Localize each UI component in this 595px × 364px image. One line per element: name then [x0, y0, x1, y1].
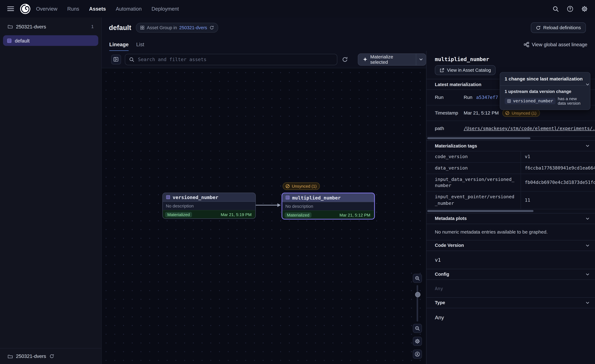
tag-key: input_data_version/versioned_number — [426, 174, 521, 191]
asset-detail-title: multiplied_number — [435, 56, 587, 62]
asset-node-versioned-number[interactable]: versioned_number No description Material… — [163, 193, 256, 219]
page-title: default — [109, 24, 131, 32]
asset-chip[interactable]: versioned_number — [505, 98, 555, 104]
sidebar-item-default[interactable]: default — [3, 35, 98, 46]
tab-list[interactable]: List — [136, 38, 144, 51]
asset-detail-panel: multiplied_number View in Asset Catalog … — [426, 51, 595, 364]
asset-node-status-row: Materialized Mar 21, 5:19 PM — [163, 210, 255, 218]
panel-toggle-button[interactable] — [111, 54, 121, 64]
section-type[interactable]: Type — [426, 297, 595, 308]
lineage-section: Materialize selected — [102, 51, 426, 364]
asset-node-multiplied-number[interactable]: multiplied_number No description Materia… — [282, 193, 375, 219]
scrollbar-thumb[interactable] — [427, 210, 534, 212]
dagster-logo-icon[interactable] — [20, 3, 31, 14]
view-global-asset-lineage-link[interactable]: View global asset lineage — [523, 38, 587, 51]
app-root: Overview Runs Assets Automation Deployme… — [0, 0, 595, 364]
chevron-down-icon[interactable] — [586, 272, 590, 276]
folder-icon — [8, 354, 13, 359]
asset-group-badge-link[interactable]: 250321-dvers — [179, 25, 207, 30]
sidebar-footer[interactable]: 250321-dvers — [0, 348, 101, 364]
main-content: default Asset Group in 250321-dvers — [102, 17, 595, 364]
config-value: Any — [435, 286, 587, 291]
recenter-button[interactable] — [413, 350, 422, 359]
zoom-slider[interactable] — [413, 285, 422, 322]
chevron-down-icon[interactable] — [586, 216, 590, 221]
search-icon — [552, 6, 559, 12]
content-body: Materialize selected — [102, 51, 595, 364]
materialized-chip: Materialized — [284, 212, 312, 217]
section-materialization-tags[interactable]: Materialization tags — [426, 140, 595, 151]
view-in-asset-catalog-button[interactable]: View in Asset Catalog — [435, 65, 496, 75]
zoom-in-button[interactable] — [413, 274, 422, 283]
run-id-link[interactable]: a5347ef7 — [476, 95, 498, 100]
tab-lineage[interactable]: Lineage — [109, 38, 129, 51]
nav-deployment[interactable]: Deployment — [151, 6, 179, 12]
materialize-selected-button: Materialize selected — [358, 53, 426, 65]
unsynced-badge[interactable]: Unsynced (1) — [283, 182, 320, 190]
asset-group-badge[interactable]: Asset Group in 250321-dvers — [136, 23, 218, 33]
nav-runs[interactable]: Runs — [67, 6, 79, 12]
asset-icon — [285, 195, 290, 200]
horizontal-scrollbar[interactable] — [426, 137, 595, 139]
circle-slash-icon — [285, 184, 290, 189]
chevron-down-icon[interactable] — [586, 144, 590, 148]
section-config[interactable]: Config — [426, 269, 595, 280]
materialization-timestamp: Mar 21, 5:12 PM — [340, 212, 370, 217]
refresh-icon — [342, 56, 348, 62]
code-version-value: v1 — [435, 257, 587, 263]
unsynced-badge[interactable]: Unsynced (1) — [503, 109, 540, 117]
global-search-button[interactable] — [550, 3, 561, 14]
scrollbar-thumb[interactable] — [427, 137, 531, 139]
asset-search-box — [125, 54, 337, 65]
asset-node-header: multiplied_number — [282, 193, 374, 202]
settings-button[interactable] — [579, 3, 590, 14]
materialize-icon — [363, 57, 368, 62]
nav-overview[interactable]: Overview — [36, 6, 57, 12]
zoom-in-icon — [415, 276, 420, 281]
asset-icon — [166, 195, 170, 199]
hamburger-menu-button[interactable] — [5, 3, 16, 14]
asset-icon — [7, 38, 12, 43]
sidebar-group-count: 1 — [91, 24, 94, 29]
materialize-selected-main[interactable]: Materialize selected — [358, 54, 416, 65]
section-metadata-plots[interactable]: Metadata plots — [426, 213, 595, 224]
sidebar-group-label: 250321-dvers — [16, 24, 46, 29]
reload-definitions-button[interactable]: Reload definitions — [531, 22, 586, 33]
sidebar-group-row[interactable]: 250321-dvers 1 — [5, 21, 97, 32]
zoom-slider-thumb[interactable] — [415, 292, 420, 297]
lineage-canvas[interactable]: Unsynced (1) versioned_number — [102, 68, 426, 364]
nav-utility-buttons — [550, 3, 589, 14]
section-code-version[interactable]: Code Version — [426, 240, 595, 251]
help-button[interactable] — [565, 3, 575, 14]
popup-title: 1 change since last materialization — [500, 72, 590, 86]
tag-key: input_event_pointer/versioned_number — [426, 191, 521, 209]
chevron-down-icon — [419, 57, 423, 61]
chevron-down-icon[interactable] — [586, 301, 590, 305]
tag-value: 11 — [521, 191, 595, 209]
zoom-out-button[interactable] — [413, 324, 422, 333]
asset-search-input[interactable] — [137, 56, 333, 63]
asset-icon — [507, 99, 511, 103]
refresh-graph-button[interactable] — [341, 56, 349, 63]
asset-node-status-row: Materialized Mar 21, 5:12 PM — [282, 210, 374, 219]
refresh-icon[interactable] — [209, 25, 214, 30]
search-icon — [129, 57, 134, 62]
chevron-down-icon[interactable] — [586, 82, 590, 87]
help-icon — [567, 6, 573, 12]
nav-automation[interactable]: Automation — [116, 6, 142, 12]
horizontal-scrollbar[interactable] — [426, 210, 595, 212]
refresh-icon[interactable] — [49, 354, 54, 359]
popup-subtitle: 1 upstream data version change — [500, 86, 590, 96]
latest-path-row: path /Users/smackesey/stm/code/elementl/… — [426, 121, 595, 137]
graph-settings-button[interactable] — [413, 337, 422, 346]
tag-key: code_version — [426, 151, 521, 162]
type-value: Any — [435, 314, 587, 320]
gear-icon — [581, 6, 588, 12]
materialize-dropdown-button[interactable] — [416, 54, 426, 65]
folder-icon — [8, 24, 13, 29]
lineage-edge — [256, 202, 282, 208]
chevron-down-icon[interactable] — [586, 243, 590, 248]
materialization-path-link[interactable]: /Users/smackesey/stm/code/elementl/exper… — [464, 126, 595, 131]
nav-assets[interactable]: Assets — [89, 6, 106, 12]
circle-slash-icon — [505, 111, 510, 115]
